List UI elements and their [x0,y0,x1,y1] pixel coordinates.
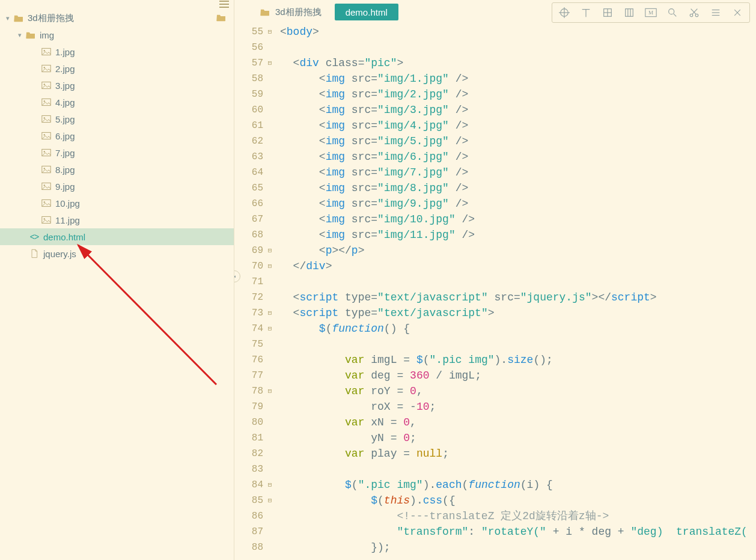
gutter-line[interactable]: 88 [234,540,274,555]
tree-root-folder[interactable]: ▾ 3d相册拖拽 [0,10,234,26]
gutter-line[interactable]: 83 [234,461,274,477]
code-line[interactable]: var xN = 0, [280,415,756,430]
code-line[interactable] [280,461,756,477]
code-line[interactable]: <img src="img/11.jpg" /> [280,227,756,243]
tab-demo-html[interactable]: demo.html [335,4,398,20]
tree-file-image[interactable]: 1.jpg [0,43,234,60]
code-line[interactable]: $(function() { [280,321,756,336]
gutter-line[interactable]: 59 [234,87,274,102]
fold-toggle-icon[interactable] [266,543,274,552]
gutter-line[interactable]: 67 [234,212,274,227]
tree-file-image[interactable]: 8.jpg [0,161,234,178]
gutter-line[interactable]: 80 [234,415,274,430]
gutter-line[interactable]: 55⊟ [234,24,274,40]
gutter-line[interactable]: 84⊟ [234,477,274,493]
code-line[interactable]: </div> [280,258,756,274]
gutter-line[interactable]: 73⊟ [234,305,274,321]
fold-toggle-icon[interactable] [266,528,274,536]
gutter-line[interactable]: 74⊟ [234,321,274,336]
code-line[interactable]: $(".pic img").each(function(i) { [280,477,756,493]
code-editor[interactable]: ◂ 55⊟5657⊟585960616263646566676869⊟70⊟71… [234,24,756,560]
gutter-line[interactable]: 57⊟ [234,55,274,71]
code-line[interactable]: <img src="img/10.jpg" /> [280,212,756,227]
fold-toggle-icon[interactable]: ⊟ [266,324,274,333]
search-icon[interactable] [662,4,683,22]
fold-toggle-icon[interactable] [266,371,274,380]
fold-toggle-icon[interactable] [266,278,274,286]
code-line[interactable]: <script type="text/javascript" src="jque… [280,290,756,305]
code-line[interactable]: <script type="text/javascript"> [280,305,756,321]
code-line[interactable]: <img src="img/6.jpg" /> [280,149,756,165]
tree-folder-img[interactable]: ▾ img [0,26,234,43]
fold-toggle-icon[interactable] [266,43,274,52]
gutter-line[interactable]: 76 [234,352,274,368]
code-line[interactable]: <img src="img/1.jpg" /> [280,71,756,87]
code-line[interactable]: <img src="img/9.jpg" /> [280,196,756,212]
fold-toggle-icon[interactable] [266,449,274,458]
tree-file-image[interactable]: 10.jpg [0,195,234,212]
fold-toggle-icon[interactable]: ⊟ [266,59,274,67]
fold-toggle-icon[interactable] [266,215,274,224]
fold-toggle-icon[interactable]: ⊟ [266,496,274,505]
code-line[interactable]: var imgL = $(".pic img").size(); [280,352,756,368]
code-line[interactable]: var roY = 0, [280,383,756,399]
tree-file-image[interactable]: 7.jpg [0,144,234,161]
fold-toggle-icon[interactable] [266,137,274,145]
code-line[interactable]: var play = null; [280,446,756,461]
gutter-line[interactable]: 62 [234,133,274,149]
fold-toggle-icon[interactable] [266,231,274,239]
fold-toggle-icon[interactable] [266,168,274,177]
fold-toggle-icon[interactable]: ⊟ [266,481,274,489]
code-line[interactable]: <img src="img/8.jpg" /> [280,180,756,196]
fold-toggle-icon[interactable] [266,512,274,520]
tree-file-image[interactable]: 6.jpg [0,127,234,144]
gutter-line[interactable]: 75 [234,336,274,352]
gutter-line[interactable]: 65 [234,180,274,196]
fold-toggle-icon[interactable] [266,153,274,161]
code-line[interactable]: <div class="pic"> [280,55,756,71]
fold-toggle-icon[interactable] [266,403,274,411]
code-line[interactable] [280,40,756,55]
fold-toggle-icon[interactable] [266,90,274,99]
gutter-line[interactable]: 61 [234,118,274,133]
fold-toggle-icon[interactable]: ⊟ [266,309,274,317]
markdown-icon[interactable]: M [640,4,662,22]
gutter-line[interactable]: 68 [234,227,274,243]
fold-toggle-icon[interactable] [266,340,274,348]
code-line[interactable]: "transform": "rotateY(" + i * deg + "deg… [280,524,756,540]
sidebar-menu-icon[interactable] [219,1,229,8]
gutter-line[interactable]: 77 [234,368,274,383]
code-line[interactable] [280,274,756,290]
gutter-line[interactable]: 60 [234,102,274,118]
fold-toggle-icon[interactable]: ⊟ [266,28,274,36]
gutter-line[interactable]: 71 [234,274,274,290]
fold-toggle-icon[interactable] [266,418,274,427]
code-line[interactable]: <body> [280,24,756,40]
grid-icon[interactable] [597,4,618,22]
code-line[interactable]: $(this).css({ [280,493,756,508]
gutter-line[interactable]: 79 [234,399,274,415]
fold-toggle-icon[interactable] [266,75,274,83]
fold-toggle-icon[interactable] [266,106,274,114]
columns-icon[interactable] [618,4,640,22]
tree-file-image[interactable]: 3.jpg [0,77,234,94]
fold-toggle-icon[interactable] [266,121,274,130]
scissors-icon[interactable] [683,4,705,22]
gutter-line[interactable]: 72 [234,290,274,305]
tree-file-image[interactable]: 9.jpg [0,178,234,195]
gutter-line[interactable]: 82 [234,446,274,461]
gutter-line[interactable]: 63 [234,149,274,165]
fold-toggle-icon[interactable] [266,184,274,192]
code-line[interactable]: <img src="img/7.jpg" /> [280,165,756,180]
tree-file-jquery-js[interactable]: jquery.js [0,245,234,262]
tree-file-image[interactable]: 2.jpg [0,60,234,77]
gutter-line[interactable]: 69⊟ [234,243,274,258]
code-line[interactable]: yN = 0; [280,430,756,446]
tree-file-image[interactable]: 4.jpg [0,94,234,111]
code-line[interactable] [280,336,756,352]
fold-toggle-icon[interactable] [266,199,274,208]
gutter-line[interactable]: 66 [234,196,274,212]
code-line[interactable]: <img src="img/4.jpg" /> [280,118,756,133]
tab-project-folder[interactable]: 3d相册拖拽 [249,4,332,20]
fold-toggle-icon[interactable] [266,465,274,473]
